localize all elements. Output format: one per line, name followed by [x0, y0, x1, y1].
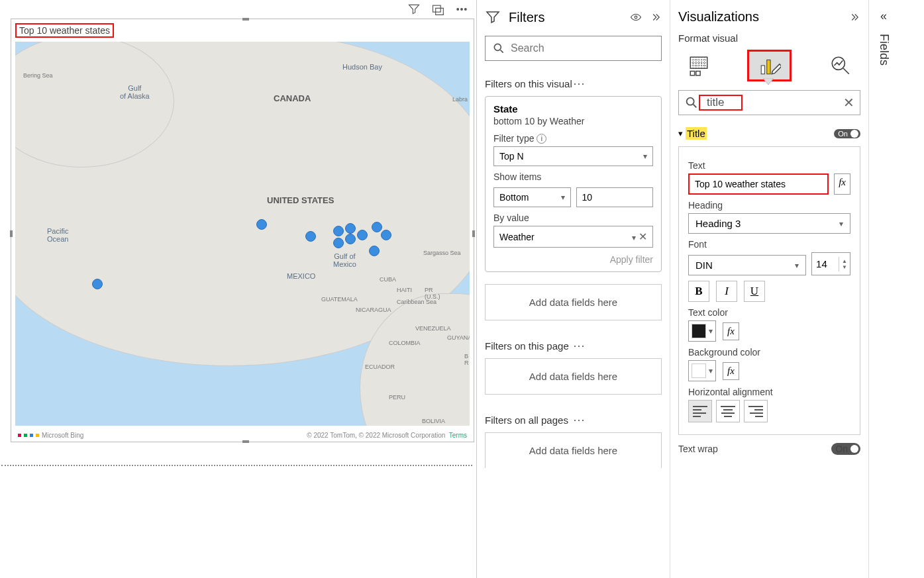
state-filter-card[interactable]: State bottom 10 by Weather Filter type i…	[485, 96, 662, 272]
filter-type-select[interactable]: Top N▾	[493, 146, 653, 166]
svg-rect-8	[695, 72, 699, 75]
direction-select[interactable]: Bottom▾	[493, 187, 571, 207]
more-icon[interactable]: ···	[574, 413, 662, 427]
fx-button[interactable]: fx	[834, 173, 850, 195]
svg-rect-7	[690, 72, 694, 75]
chevron-down-icon: ▾	[643, 152, 647, 161]
svg-point-12	[687, 98, 694, 105]
chevron-down-icon[interactable]: ▾	[678, 128, 683, 138]
chevron-down-icon: ▾	[632, 233, 636, 242]
map-point[interactable]	[369, 246, 380, 256]
title-toggle[interactable]: On	[834, 129, 860, 138]
title-text-label: Text	[688, 160, 850, 171]
show-items-label: Show items	[493, 171, 541, 182]
svg-point-5	[494, 44, 501, 50]
all-filters-dropzone[interactable]: Add data fields here	[485, 432, 662, 468]
align-right-button[interactable]	[744, 400, 768, 422]
chevron-down-icon: ▾	[709, 366, 713, 375]
title-properties-card: Text fx Heading Heading 3▾ Font DIN▾ ▲▼ …	[678, 146, 860, 435]
filter-icon	[485, 9, 501, 25]
map-point[interactable]	[256, 219, 267, 230]
apply-filter-link[interactable]: Apply filter	[493, 254, 653, 265]
stepper-down-icon[interactable]: ▼	[842, 264, 847, 270]
info-icon[interactable]: i	[537, 134, 546, 144]
align-left-button[interactable]	[688, 400, 712, 422]
stepper-up-icon[interactable]: ▲	[842, 258, 847, 264]
popout-icon[interactable]	[431, 3, 444, 19]
more-icon[interactable]	[455, 3, 468, 19]
visual-title: Top 10 weather states	[15, 23, 114, 38]
map-area[interactable]: CANADA UNITED STATES MEXICO Pacific Ocea…	[15, 42, 470, 426]
text-color-picker[interactable]: ▾	[688, 320, 716, 342]
collapse-right-icon[interactable]	[650, 11, 662, 23]
map-point[interactable]	[305, 231, 316, 242]
filters-all-section: Filters on all pages	[485, 414, 574, 426]
font-label: Font	[688, 239, 850, 250]
halign-label: Horizontal alignment	[688, 387, 850, 397]
map-point[interactable]	[333, 238, 344, 248]
visualizations-pane: Visualizations Format visual ✕ ▾ Title O…	[670, 0, 869, 578]
map-visual[interactable]: Top 10 weather states CANADA UNITED STAT…	[11, 19, 474, 442]
terms-link[interactable]: Terms	[449, 432, 467, 439]
fx-button[interactable]: fx	[723, 362, 739, 380]
map-point[interactable]	[345, 223, 356, 234]
svg-rect-0	[433, 5, 441, 12]
filters-search[interactable]	[485, 36, 662, 61]
fx-button[interactable]: fx	[723, 322, 739, 340]
eye-icon[interactable]	[630, 11, 642, 23]
bg-color-label: Background color	[688, 347, 850, 358]
chevron-down-icon: ▾	[795, 261, 799, 270]
underline-button[interactable]: U	[744, 281, 765, 302]
map-credits: © 2022 TomTom, © 2022 Microsoft Corporat…	[307, 432, 467, 439]
clear-icon[interactable]: ✕	[639, 231, 647, 242]
align-center-button[interactable]	[716, 400, 740, 422]
svg-point-1	[457, 9, 459, 11]
text-color-label: Text color	[688, 307, 850, 318]
bold-button[interactable]: B	[688, 281, 709, 302]
fields-rail-label: Fields	[877, 34, 891, 66]
page-filters-dropzone[interactable]: Add data fields here	[485, 358, 662, 395]
more-icon[interactable]: ···	[574, 339, 662, 353]
more-icon[interactable]: ···	[574, 77, 662, 91]
title-section-label[interactable]: Title	[686, 127, 707, 140]
map-point[interactable]	[357, 230, 368, 240]
viz-heading: Visualizations	[678, 9, 841, 24]
text-wrap-toggle[interactable]: On	[831, 443, 860, 455]
filters-search-input[interactable]	[511, 42, 654, 54]
map-point[interactable]	[345, 234, 356, 244]
map-point[interactable]	[92, 279, 103, 289]
count-input[interactable]: 10	[576, 187, 654, 207]
visual-filters-dropzone[interactable]: Add data fields here	[485, 284, 662, 320]
filters-page-section: Filters on this page	[485, 340, 574, 352]
format-visual-tab[interactable]	[749, 52, 790, 79]
map-attribution: Microsoft Bing	[18, 432, 83, 439]
filter-summary: bottom 10 by Weather	[493, 116, 653, 126]
font-size-input[interactable]: ▲▼	[811, 252, 850, 275]
filter-type-label: Filter type	[493, 133, 534, 144]
expand-left-icon[interactable]: «	[880, 9, 887, 23]
search-icon	[492, 42, 505, 55]
filters-visual-section: Filters on this visual	[485, 78, 574, 89]
filters-pane: Filters Filters on this visual ··· State…	[477, 0, 670, 578]
bg-color-picker[interactable]: ▾	[688, 360, 716, 381]
visual-filter-icon[interactable]	[407, 3, 421, 19]
collapse-right-icon[interactable]	[848, 11, 860, 23]
italic-button[interactable]: I	[716, 281, 737, 302]
map-point[interactable]	[381, 230, 391, 240]
format-search-input[interactable]	[707, 96, 739, 109]
title-text-input[interactable]	[688, 173, 829, 195]
font-family-select[interactable]: DIN▾	[688, 255, 806, 275]
clear-search-icon[interactable]: ✕	[843, 95, 854, 111]
by-value-select[interactable]: Weather ▾✕	[493, 226, 653, 248]
heading-level-select[interactable]: Heading 3▾	[688, 213, 850, 234]
svg-point-4	[635, 16, 637, 19]
format-search[interactable]: ✕	[678, 90, 860, 115]
build-visual-tab[interactable]	[678, 52, 719, 79]
map-point[interactable]	[333, 226, 344, 236]
analytics-tab[interactable]	[820, 52, 860, 79]
fields-pane-collapsed[interactable]: « Fields	[869, 0, 898, 578]
text-wrap-label: Text wrap	[678, 444, 718, 454]
map-point[interactable]	[372, 222, 382, 232]
heading-level-label: Heading	[688, 200, 850, 211]
chevron-down-icon: ▾	[561, 193, 565, 202]
